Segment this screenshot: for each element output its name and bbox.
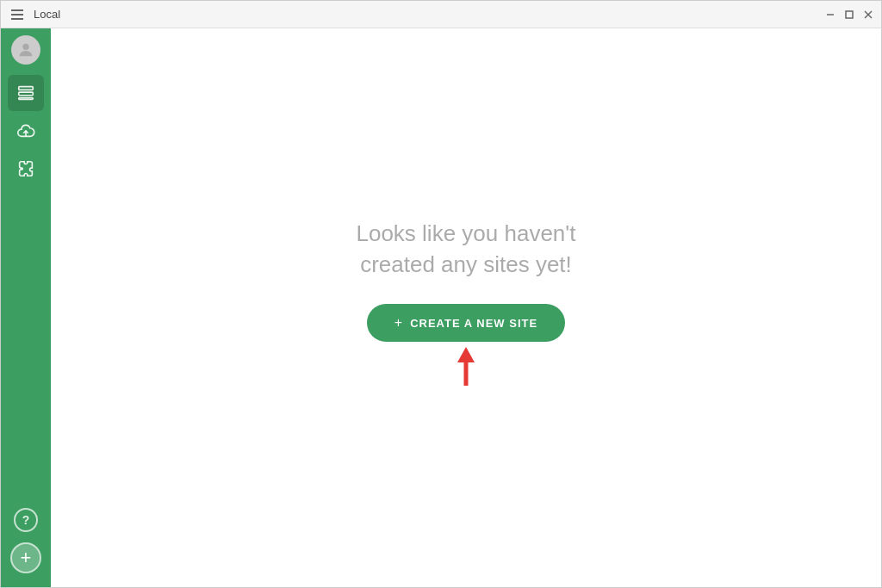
create-site-label: CREATE A NEW SITE: [410, 317, 537, 330]
sidebar-bottom: ? +: [10, 508, 41, 580]
avatar[interactable]: [11, 35, 40, 65]
main-layout: ? + Looks like you haven'tcreated any si…: [1, 28, 881, 587]
titlebar-left: Local: [8, 6, 60, 23]
sidebar-nav: [8, 75, 44, 508]
help-button[interactable]: ?: [14, 508, 38, 532]
hamburger-icon[interactable]: [8, 6, 27, 23]
app-window: Local: [0, 0, 882, 588]
maximize-button[interactable]: [843, 9, 855, 21]
arrow-container: + CREATE A NEW SITE: [367, 304, 565, 398]
svg-point-4: [22, 44, 28, 50]
close-button[interactable]: [862, 9, 874, 21]
svg-rect-1: [846, 11, 853, 18]
sidebar: ? +: [1, 28, 51, 587]
titlebar-controls: [824, 9, 874, 21]
svg-rect-7: [19, 98, 34, 100]
svg-rect-5: [19, 87, 34, 90]
add-site-button[interactable]: +: [10, 542, 41, 573]
plus-icon: +: [394, 316, 403, 330]
red-arrow: [449, 347, 483, 398]
app-title: Local: [34, 8, 60, 21]
minimize-button[interactable]: [824, 9, 836, 21]
empty-state-text: Looks like you haven'tcreated any sites …: [356, 218, 575, 281]
sidebar-item-extensions[interactable]: [8, 151, 44, 187]
svg-marker-10: [457, 347, 475, 362]
content-area: Looks like you haven'tcreated any sites …: [51, 28, 881, 587]
svg-rect-6: [19, 92, 34, 96]
create-site-button[interactable]: + CREATE A NEW SITE: [367, 304, 565, 342]
sidebar-item-sites[interactable]: [8, 75, 44, 111]
titlebar: Local: [1, 1, 881, 28]
empty-state: Looks like you haven'tcreated any sites …: [356, 218, 575, 399]
sidebar-item-cloud[interactable]: [8, 113, 44, 149]
